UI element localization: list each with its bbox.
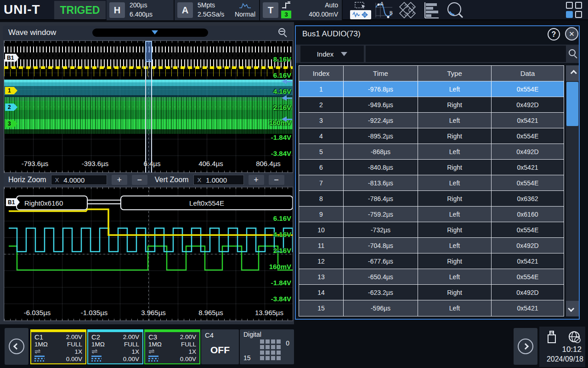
table-row[interactable]: 13-650.4µsLeft0x554E xyxy=(299,269,564,285)
scrollbar-thumb[interactable] xyxy=(566,82,578,126)
cell-data: 0x5421 xyxy=(492,113,564,128)
close-icon[interactable]: ✕ xyxy=(565,27,578,40)
digital-label: Digital xyxy=(243,331,261,338)
vert-zoom-input[interactable]: X 1.0000 xyxy=(193,175,244,185)
table-row[interactable]: 15-596µsLeft0x5421 xyxy=(299,300,564,316)
column-header-time[interactable]: Time xyxy=(344,66,418,81)
cell-type: Right xyxy=(418,191,492,207)
bottom-bar: C12.00V 1MΩFULL ⇌1X 0.00V C22.00V 1MΩFUL… xyxy=(0,324,588,368)
cell-time: -949.6µs xyxy=(344,97,418,113)
waveform-move-tool-active[interactable] xyxy=(350,10,371,19)
voltage-label: 4.16V xyxy=(273,230,291,238)
wave-window-title: Wave window xyxy=(8,28,56,37)
column-header-index[interactable]: Index xyxy=(299,66,344,81)
acquire-section[interactable]: A 5Mpts 2.5GSa/s Normal xyxy=(175,0,260,20)
table-scrollbar[interactable] xyxy=(566,65,579,316)
table-row[interactable]: 4-895.2µsRight0x554E xyxy=(299,128,564,144)
table-row[interactable]: 2-949.6µsRight0x492D xyxy=(299,97,564,113)
cell-type: Left xyxy=(418,238,492,253)
ab-cursor-icon[interactable]: A B xyxy=(373,1,394,19)
zoom-region-indicator[interactable] xyxy=(145,41,152,172)
scroll-channels-left-button[interactable] xyxy=(5,328,28,365)
cell-type: Right xyxy=(418,128,492,144)
trigger-level-arrow-ch1[interactable] xyxy=(282,95,292,101)
bus-decode-segment[interactable]: Right0x6160 xyxy=(16,196,88,210)
horiz-zoom-decrease-button[interactable]: − xyxy=(132,175,147,185)
zoom-trace-cyan xyxy=(9,228,293,252)
cell-data: 0x492D xyxy=(492,144,564,160)
digital-channel-grid xyxy=(260,339,282,362)
search-input[interactable] xyxy=(366,46,566,62)
table-row[interactable]: 8-786.4µsRight0x6362 xyxy=(299,191,564,207)
table-row[interactable]: 9-759.2µsLeft0x6160 xyxy=(299,207,564,222)
bus-decode-segment[interactable]: Left0x554E xyxy=(120,196,293,210)
cell-index: 5 xyxy=(299,144,344,160)
trigger-key[interactable]: T xyxy=(263,2,278,18)
cell-time: -677.6µs xyxy=(344,253,418,269)
scroll-channels-right-button[interactable] xyxy=(514,328,537,365)
table-row[interactable]: 12-677.6µsRight0x5421 xyxy=(299,253,564,269)
zoom-trace-yellow xyxy=(9,209,293,235)
bus-decode-panel: Bus1 AUDIO(73) ? ✕ Index Index Time Type… xyxy=(295,25,580,320)
cell-index: 8 xyxy=(299,191,344,207)
scroll-down-button[interactable] xyxy=(566,301,579,316)
table-row[interactable]: 3-922.4µsLeft0x5421 xyxy=(299,113,564,128)
help-icon[interactable]: ? xyxy=(548,28,560,40)
voltage-label: 2.16V xyxy=(273,247,291,254)
channel3-box[interactable]: C32.00V 1MΩFULL ⇌1X 0.00V xyxy=(144,329,200,364)
acquire-key[interactable]: A xyxy=(177,2,193,18)
cell-data: 0x5421 xyxy=(492,300,564,316)
table-row[interactable]: 6-840.8µsRight0x5421 xyxy=(299,160,564,175)
channel-probe: 1X xyxy=(74,348,82,355)
horizontal-key[interactable]: H xyxy=(109,2,125,18)
vert-zoom-decrease-button[interactable]: − xyxy=(269,175,284,185)
table-row[interactable]: 14-623.2µsRight0x492D xyxy=(299,285,564,300)
zoom-region-handle[interactable] xyxy=(145,41,152,62)
trigger-section[interactable]: T 3 Auto 400.00mV xyxy=(260,0,343,20)
search-icon[interactable] xyxy=(567,47,580,60)
horiz-zoom-increase-button[interactable]: + xyxy=(112,175,127,185)
cell-type: Left xyxy=(418,300,492,316)
region-select-icon[interactable] xyxy=(350,1,371,9)
time-label: 8.965µs xyxy=(198,309,223,316)
column-header-data[interactable]: Data xyxy=(492,66,564,81)
table-row[interactable]: 5-868µsLeft0x492D xyxy=(299,144,564,160)
scroll-up-button[interactable] xyxy=(566,65,579,81)
vert-zoom-value: 1.0000 xyxy=(206,176,227,184)
channel1-box[interactable]: C12.00V 1MΩFULL ⇌1X 0.00V xyxy=(30,329,86,364)
horizontal-section[interactable]: H 200µs 6.400µs xyxy=(107,0,175,20)
cell-data: 0x492D xyxy=(492,285,564,300)
trigger-level-arrow-ch2[interactable] xyxy=(282,79,292,84)
search-tool-icon[interactable] xyxy=(445,1,466,19)
channel4-box[interactable]: C4 OFF xyxy=(201,329,239,364)
trigger-position-marker[interactable] xyxy=(152,30,158,34)
network-disconnected-icon xyxy=(568,330,582,344)
cell-data: 0x554E xyxy=(492,222,564,238)
table-row[interactable]: 11-704.8µsLeft0x492D xyxy=(299,238,564,253)
channel2-box[interactable]: C22.00V 1MΩFULL ⇌1X 0.00V xyxy=(87,329,143,364)
cell-index: 2 xyxy=(299,97,344,113)
histogram-icon[interactable] xyxy=(421,1,442,19)
zoom-controls-bar: Horiz Zoom X 4.0000 + − Vert Zoom X 1.00… xyxy=(4,173,293,186)
svg-text:B: B xyxy=(390,11,393,16)
coupling-icon: ⇌ xyxy=(91,349,97,354)
zoom-trace-green xyxy=(9,246,293,270)
table-row[interactable]: 1-976.8µsLeft0x554E xyxy=(299,81,564,97)
table-row[interactable]: 7-813.6µsLeft0x554E xyxy=(299,175,564,191)
measure-rulers-icon[interactable] xyxy=(397,1,418,19)
horiz-zoom-input[interactable]: X 4.0000 xyxy=(51,175,107,185)
vert-zoom-increase-button[interactable]: + xyxy=(249,175,264,185)
digital-channels-box[interactable]: Digital 0 15 xyxy=(240,329,294,364)
cell-data: 0x492D xyxy=(492,97,564,113)
cell-data: 0x492D xyxy=(492,238,564,253)
column-header-type[interactable]: Type xyxy=(418,66,492,81)
zoom-out-icon[interactable] xyxy=(278,28,288,37)
cell-data: 0x554E xyxy=(492,128,564,144)
table-row[interactable]: 10-732µsRight0x554E xyxy=(299,222,564,238)
search-field-dropdown[interactable]: Index xyxy=(300,46,364,62)
display-layout-icon[interactable] xyxy=(566,2,584,18)
cell-index: 3 xyxy=(299,113,344,128)
zoom-position-slider[interactable] xyxy=(92,29,208,37)
trigger-level-arrow-ch3[interactable] xyxy=(282,116,292,122)
channel-scale: 2.00V xyxy=(123,334,139,340)
